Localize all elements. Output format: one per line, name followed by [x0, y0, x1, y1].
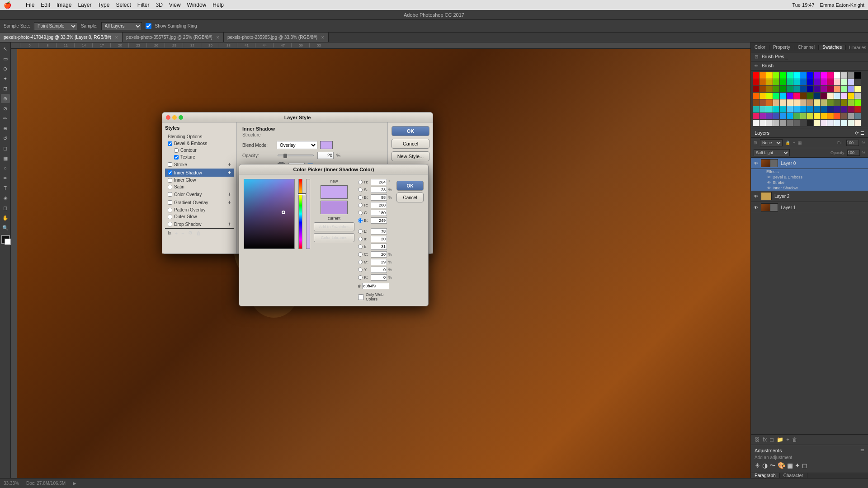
inner-shadow-checkbox[interactable]	[168, 170, 172, 175]
swatch-near-white[interactable]	[753, 120, 759, 126]
tool-brush[interactable]: ✏	[1, 114, 10, 123]
sat-radio[interactable]	[358, 188, 363, 192]
hue-input[interactable]	[371, 179, 387, 185]
swatch-indigo-m[interactable]	[773, 113, 779, 119]
swatch-ocean[interactable]	[800, 106, 807, 113]
menu-file[interactable]: File	[26, 2, 34, 8]
swatch-s41[interactable]	[753, 93, 759, 99]
brush-pres-label[interactable]: Brush Pres _	[762, 54, 788, 59]
swatch-black[interactable]	[854, 72, 861, 79]
blend-mode-select[interactable]: Overlay Normal Multiply	[277, 141, 317, 149]
swatch-blue-grey[interactable]	[854, 113, 861, 119]
swatch-brown-m[interactable]	[841, 113, 847, 119]
tool-history-brush[interactable]: ↺	[1, 134, 10, 143]
swatch-aqua[interactable]	[780, 106, 786, 113]
color-overlay-checkbox[interactable]	[168, 192, 172, 197]
gear-style-btn[interactable]: ⚙	[188, 230, 193, 236]
blend-mode-color[interactable]	[320, 141, 333, 149]
menu-window[interactable]: Window	[187, 2, 207, 8]
current-color-swatch[interactable]	[321, 201, 348, 214]
swatch-olive2[interactable]	[841, 99, 847, 106]
style-item-inner-glow[interactable]: Inner Glow	[165, 177, 234, 183]
add-mask-btn[interactable]: ◻	[769, 436, 774, 443]
swatch-light-green[interactable]	[841, 79, 847, 85]
new-layer-btn[interactable]: +	[786, 436, 789, 443]
style-item-pattern-overlay[interactable]: Pattern Overlay	[165, 206, 234, 213]
menu-help[interactable]: Help	[212, 2, 224, 8]
sat-input[interactable]	[371, 187, 387, 193]
m-radio[interactable]	[358, 260, 363, 264]
inner-glow-checkbox[interactable]	[168, 178, 172, 183]
swatch-red[interactable]	[753, 72, 759, 79]
r-input[interactable]	[371, 202, 387, 208]
tool-zoom[interactable]: 🔍	[1, 223, 10, 232]
tool-text[interactable]: T	[1, 183, 10, 192]
swatch-very-light-gray[interactable]	[766, 120, 773, 126]
swatch-dark-magenta[interactable]	[821, 79, 827, 85]
link-layers-btn[interactable]: ⛓	[755, 436, 760, 443]
a-radio[interactable]	[358, 237, 363, 241]
l-input[interactable]	[371, 228, 387, 235]
swatch-s49[interactable]	[807, 93, 813, 99]
swatch-amber-m[interactable]	[814, 113, 820, 119]
swatch-dark-olive[interactable]	[834, 99, 840, 106]
layers-menu-btn[interactable]: ☰	[860, 131, 864, 136]
adj-vibrance-btn[interactable]: ✦	[795, 462, 800, 470]
swatch-chocolate[interactable]	[766, 99, 773, 106]
style-item-blending[interactable]: Blending Options	[165, 133, 234, 140]
color-picker-cancel-btn[interactable]: Cancel	[396, 192, 424, 202]
swatch-mid-gray[interactable]	[780, 120, 786, 126]
menu-3d[interactable]: 3D	[156, 2, 162, 8]
tool-magic-wand[interactable]: ✦	[1, 74, 10, 83]
c-radio[interactable]	[358, 252, 363, 257]
panel-tab-property[interactable]: Property	[769, 45, 794, 50]
swatch-light-indigo[interactable]	[827, 120, 834, 126]
swatch-dark-rose[interactable]	[827, 79, 834, 85]
swatch-olive[interactable]	[766, 86, 773, 92]
character-tab[interactable]: Character	[780, 473, 807, 478]
swatch-orange-m[interactable]	[827, 113, 834, 119]
tool-pen[interactable]: ✒	[1, 174, 10, 183]
panel-tab-color[interactable]: Color	[751, 45, 769, 50]
swatch-pink[interactable]	[834, 79, 840, 85]
new-group-btn[interactable]: 📁	[777, 436, 783, 443]
g-radio[interactable]	[358, 211, 363, 215]
new-style-btn[interactable]: New Style...	[392, 151, 429, 161]
opacity-slider[interactable]	[278, 155, 314, 156]
texture-checkbox[interactable]	[174, 155, 179, 160]
swatch-dark-khaki[interactable]	[821, 99, 827, 106]
swatch-red-dark[interactable]	[854, 106, 861, 113]
swatch-dark-gray2[interactable]	[793, 120, 800, 126]
bri-input[interactable]	[371, 194, 387, 201]
swatch-off-white[interactable]	[760, 120, 766, 126]
swatch-lavender[interactable]	[848, 79, 854, 85]
layer-item-2[interactable]: 👁 Layer 2	[751, 191, 868, 202]
alpha-slider[interactable]	[306, 179, 310, 249]
swatch-purple-m[interactable]	[760, 113, 766, 119]
swatch-wheat[interactable]	[780, 99, 786, 106]
tool-clone[interactable]: ⊕	[1, 124, 10, 133]
swatch-lime-m[interactable]	[800, 113, 807, 119]
delete-layer-btn[interactable]: 🗑	[792, 436, 797, 443]
tool-eraser[interactable]: ◻	[1, 144, 10, 153]
apple-menu[interactable]: 🍎	[4, 1, 11, 9]
swatch-s410[interactable]	[814, 93, 820, 99]
style-item-texture[interactable]: Texture	[165, 154, 234, 160]
foreground-color[interactable]	[1, 235, 10, 244]
swatch-light-orange[interactable]	[854, 120, 861, 126]
layers-expand-btn[interactable]: ⟳	[855, 131, 859, 136]
swatch-yellow-green[interactable]	[848, 99, 854, 106]
swatch-s412[interactable]	[827, 93, 834, 99]
sample-size-select[interactable]: Point Sample 3 by 3 Average	[34, 22, 77, 30]
tool-crop[interactable]: ⊡	[1, 84, 10, 93]
dot-yellow[interactable]	[172, 115, 177, 120]
hue-slider[interactable]	[298, 179, 302, 249]
effect-visible-icon[interactable]: 👁	[767, 175, 771, 179]
swatch-blue-m[interactable]	[780, 113, 786, 119]
tool-shape[interactable]: ◻	[1, 203, 10, 212]
swatch-light-blue-m[interactable]	[787, 113, 793, 119]
layer-item-0[interactable]: 👁 Layer 0	[751, 158, 868, 169]
r-radio[interactable]	[358, 203, 363, 207]
swatch-dark-gray[interactable]	[854, 79, 861, 85]
swatch-s46[interactable]	[787, 93, 793, 99]
